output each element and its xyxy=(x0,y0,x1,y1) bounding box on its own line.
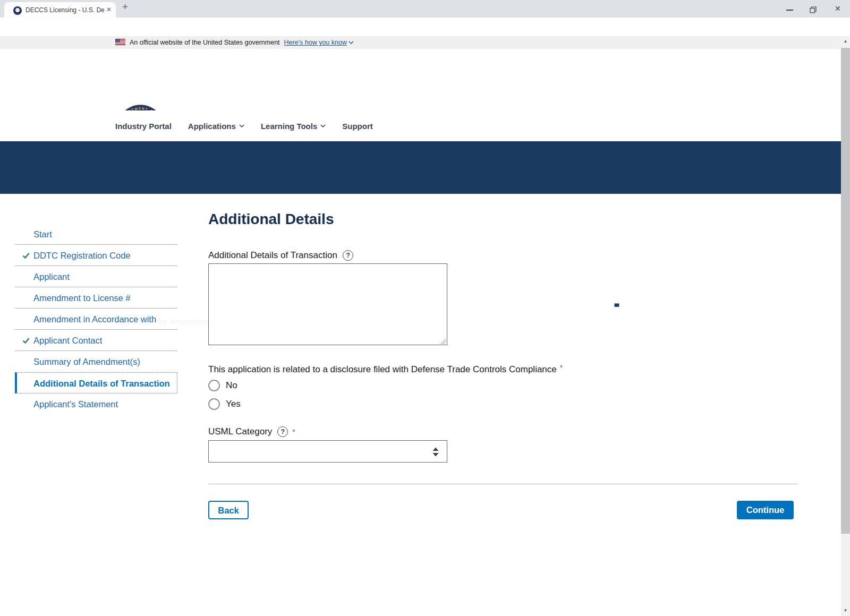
scrollbar-down-icon[interactable]: ▼ xyxy=(841,606,850,615)
radio-button-icon[interactable] xyxy=(208,398,220,410)
nav-learning-tools[interactable]: Learning Tools xyxy=(261,122,326,131)
new-tab-button[interactable]: + xyxy=(122,1,128,13)
help-icon[interactable]: ? xyxy=(343,250,353,261)
tab-title: DECCS Licensing - U.S. Departme xyxy=(26,6,104,14)
site-favicon-icon xyxy=(13,6,22,15)
select-arrows-icon xyxy=(432,447,439,457)
back-button[interactable]: Back xyxy=(208,501,249,519)
window-minimize-icon[interactable] xyxy=(786,10,793,11)
check-icon xyxy=(22,336,30,345)
save-button[interactable]: Save xyxy=(521,294,559,322)
exit-icon xyxy=(688,294,704,310)
check-icon xyxy=(22,251,30,260)
usml-field-label: USML Category ? * xyxy=(208,426,295,437)
details-field-label: Additional Details of Transaction ? xyxy=(208,250,353,261)
form-step-nav: Start DDTC Registration Code Applicant A… xyxy=(15,224,177,415)
us-flag-icon xyxy=(115,39,125,47)
gov-banner-link[interactable]: Here's how you know xyxy=(284,39,354,46)
sidebar-item-summary-of-amendments[interactable]: Summary of Amendment(s) xyxy=(15,351,177,372)
sidebar-item-applicants-statement[interactable]: Applicant's Statement xyxy=(15,393,177,415)
nav-support[interactable]: Support xyxy=(342,122,373,131)
browser-toolbar: ← → ⟳ deccs.test.pmddtc.state.gov/licens… xyxy=(0,18,850,36)
scrollbar-thumb[interactable] xyxy=(841,48,850,534)
sidebar-item-amendment-in-accordance[interactable]: Amendment in Accordance with xyxy=(15,309,177,330)
tab-close-icon[interactable]: ✕ xyxy=(106,6,112,13)
gov-banner-text: An official website of the United States… xyxy=(130,39,280,46)
chevron-down-icon xyxy=(239,124,244,127)
nav-applications[interactable]: Applications xyxy=(188,122,244,131)
banner-divider xyxy=(659,292,659,327)
required-marker: * xyxy=(292,427,295,436)
scrollbar-up-icon[interactable]: ▲ xyxy=(841,37,850,46)
browser-tab[interactable]: DECCS Licensing - U.S. Departme ✕ xyxy=(4,2,116,18)
site-header: DEPARTMENT OF STATE UNITED STATES OF AME… xyxy=(0,49,841,110)
required-marker: * xyxy=(560,363,563,372)
site-nav: Industry Portal Applications Learning To… xyxy=(0,110,841,141)
continue-button[interactable]: Continue xyxy=(737,501,794,519)
window-close-icon[interactable]: ✕ xyxy=(835,4,841,13)
sidebar-item-start[interactable]: Start xyxy=(15,224,177,245)
gov-banner: An official website of the United States… xyxy=(0,36,841,49)
form-banner: DSP-6 Application for Amendment to a DSP… xyxy=(0,141,841,194)
sidebar-item-applicant-contact[interactable]: Applicant Contact xyxy=(15,330,177,351)
sidebar-item-additional-details-active[interactable]: Additional Details of Transaction xyxy=(15,372,177,393)
sidebar-item-ddtc-registration-code[interactable]: DDTC Registration Code xyxy=(15,245,177,266)
nav-industry-portal[interactable]: Industry Portal xyxy=(115,122,172,131)
additional-details-textarea[interactable] xyxy=(208,263,447,345)
radio-option-yes[interactable]: Yes xyxy=(208,398,241,410)
radio-option-no[interactable]: No xyxy=(208,380,237,391)
exit-button[interactable]: Exit xyxy=(677,294,716,322)
print-icon xyxy=(609,294,625,310)
validate-icon xyxy=(571,294,586,310)
print-button[interactable]: Print xyxy=(598,294,636,322)
window-restore-icon[interactable] xyxy=(810,6,817,15)
save-icon xyxy=(532,294,548,310)
page-title: Additional Details xyxy=(208,211,334,228)
section-divider xyxy=(208,484,798,484)
radio-button-icon[interactable] xyxy=(208,380,220,391)
sidebar-item-amendment-to-license[interactable]: Amendment to License # xyxy=(15,287,177,309)
chevron-down-icon xyxy=(320,124,326,127)
textarea-resize-handle[interactable] xyxy=(440,338,446,345)
browser-tab-strip: DECCS Licensing - U.S. Departme ✕ + ✕ xyxy=(0,0,850,18)
usml-category-select[interactable] xyxy=(208,440,447,463)
sidebar-item-applicant[interactable]: Applicant xyxy=(15,266,177,287)
chevron-down-icon xyxy=(348,41,354,44)
help-icon[interactable]: ? xyxy=(277,426,288,437)
disclosure-question: This application is related to a disclos… xyxy=(208,363,563,375)
validate-button[interactable]: Validate xyxy=(559,294,598,322)
